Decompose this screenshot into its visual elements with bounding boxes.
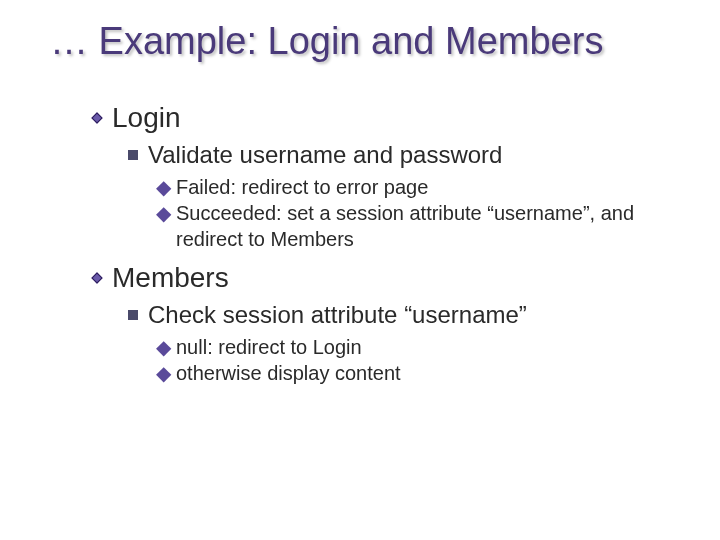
level3-text: null: redirect to Login xyxy=(176,334,362,360)
svg-rect-2 xyxy=(91,272,102,283)
level3-text: Succeeded: set a session attribute “user… xyxy=(176,200,680,252)
section-login: Login xyxy=(90,102,680,134)
arrow-bullet-icon: ◆ xyxy=(156,174,168,200)
section-heading: Login xyxy=(112,102,181,134)
svg-rect-0 xyxy=(91,112,102,123)
level2-text: Validate username and password xyxy=(148,140,502,170)
level3-text: otherwise display content xyxy=(176,360,401,386)
square-bullet-icon xyxy=(128,310,138,320)
diamond-bullet-icon xyxy=(90,271,104,285)
square-bullet-icon xyxy=(128,150,138,160)
arrow-bullet-icon: ◆ xyxy=(156,200,168,226)
level3-list: ◆ Failed: redirect to error page ◆ Succe… xyxy=(156,174,680,252)
slide-title: … Example: Login and Members xyxy=(50,20,680,64)
arrow-bullet-icon: ◆ xyxy=(156,334,168,360)
level2-item: Check session attribute “username” xyxy=(128,300,680,330)
diamond-bullet-icon xyxy=(90,111,104,125)
level2-text: Check session attribute “username” xyxy=(148,300,527,330)
level3-text: Failed: redirect to error page xyxy=(176,174,428,200)
arrow-bullet-icon: ◆ xyxy=(156,360,168,386)
level3-list: ◆ null: redirect to Login ◆ otherwise di… xyxy=(156,334,680,386)
section-heading: Members xyxy=(112,262,229,294)
level2-item: Validate username and password xyxy=(128,140,680,170)
section-members: Members xyxy=(90,262,680,294)
